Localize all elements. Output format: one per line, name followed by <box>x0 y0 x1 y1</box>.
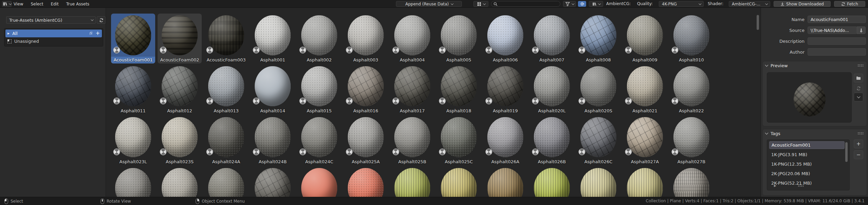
tag-item-acousticfoam001[interactable]: AcousticFoam001 <box>769 141 845 149</box>
catalog-item-unassigned[interactable]: Unassigned <box>5 37 102 45</box>
asset-tile-asphalt023s[interactable]: Asphalt023S <box>158 115 202 165</box>
asset-tile-asphalt009[interactable]: Asphalt009 <box>623 14 667 63</box>
move-to-catalog-icon[interactable] <box>89 31 93 36</box>
editor-type-button[interactable] <box>2 1 12 7</box>
asset-tile-unlabeled[interactable] <box>530 166 574 197</box>
asset-tile-asphalt026c[interactable]: Asphalt026C <box>576 115 620 165</box>
asset-tile-asphalt003[interactable]: Asphalt003 <box>344 14 388 63</box>
catalog-item-all[interactable]: ▶All+ <box>5 30 102 37</box>
source-tools-button[interactable] <box>857 26 866 34</box>
asset-tile-asphalt026a[interactable]: Asphalt026A <box>483 115 527 165</box>
load-preview-button[interactable] <box>854 74 863 82</box>
asset-tile-asphalt015[interactable]: Asphalt015 <box>297 64 341 114</box>
show-downloaded-button[interactable]: Show Downloaded <box>774 1 831 7</box>
asset-library-dropdown[interactable]: True-Assets (AmbientCG) <box>6 16 96 24</box>
asset-tile-acousticfoam002[interactable]: AcousticFoam002 <box>158 14 202 63</box>
menu-view[interactable]: View <box>14 2 23 6</box>
asset-tile-asphalt027b[interactable]: Asphalt027B <box>669 115 713 165</box>
asset-tile-asphalt014[interactable]: Asphalt014 <box>251 64 295 114</box>
asset-tile-asphalt016[interactable]: Asphalt016 <box>344 64 388 114</box>
asset-tile-asphalt008[interactable]: Asphalt008 <box>576 14 620 63</box>
asset-tile-asphalt010[interactable]: Asphalt010 <box>669 14 713 63</box>
asset-shelf-button[interactable] <box>589 1 603 7</box>
asset-tile-acousticfoam001[interactable]: AcousticFoam001 <box>111 14 155 63</box>
tags-scrollbar[interactable] <box>845 142 848 162</box>
add-catalog-icon[interactable]: + <box>95 31 100 36</box>
panel-grip-icon[interactable] <box>857 64 864 67</box>
field-value-author[interactable] <box>808 48 866 56</box>
asset-tile-asphalt027a[interactable]: Asphalt027A <box>623 115 667 165</box>
asset-tile-asphalt025a[interactable]: Asphalt025A <box>344 115 388 165</box>
asset-tile-asphalt025c[interactable]: Asphalt025C <box>437 115 481 165</box>
field-value-source[interactable]: \\True-NAS\Addo... <box>808 26 857 34</box>
asset-tile-acousticfoam003[interactable]: AcousticFoam003 <box>204 14 248 63</box>
asset-tile-unlabeled[interactable] <box>483 166 527 197</box>
asset-tile-asphalt013[interactable]: Asphalt013 <box>204 64 248 114</box>
asset-tile-asphalt028b[interactable]: Asphalt028B <box>204 166 248 197</box>
asset-tile-unlabeled[interactable] <box>669 166 713 197</box>
asset-tile-asphalt024b[interactable]: Asphalt024B <box>251 115 295 165</box>
menu-select[interactable]: Select <box>31 2 43 6</box>
tag-item-1k-jpg-3-91-mb[interactable]: 1K-JPG(3.91 MB) <box>769 151 845 159</box>
fetch-button[interactable]: Fetch <box>834 1 865 7</box>
asset-tile-unlabeled[interactable] <box>297 166 341 197</box>
tags-list[interactable]: AcousticFoam0011K-JPG(3.91 MB)1K-PNG(12.… <box>767 139 850 190</box>
import-method-dropdown[interactable]: Append (Reuse Data) <box>396 1 462 7</box>
asset-tile-asphalt001[interactable]: Asphalt001 <box>251 14 295 63</box>
status-hint-rotate-view: Rotate View <box>101 197 131 205</box>
asset-tile-asphalt011[interactable]: Asphalt011 <box>111 64 155 114</box>
asset-tile-unlabeled[interactable] <box>437 166 481 197</box>
asset-tile-unlabeled[interactable] <box>576 166 620 197</box>
asset-tile-asphalt006[interactable]: Asphalt006 <box>483 14 527 63</box>
menu-edit[interactable]: Edit <box>51 2 59 6</box>
search-input[interactable] <box>499 2 558 6</box>
tag-item-2k-jpg-20-06-mb[interactable]: 2K-JPG(20.06 MB) <box>769 170 845 178</box>
asset-tile-asphalt024a[interactable]: Asphalt024A <box>204 115 248 165</box>
add-tag-button[interactable]: + <box>854 139 863 148</box>
asset-tile-asphalt018[interactable]: Asphalt018 <box>437 64 481 114</box>
asset-tile-asphalt020l[interactable]: Asphalt020L <box>530 64 574 114</box>
search-field[interactable] <box>491 1 560 7</box>
panel-grip-icon[interactable] <box>857 132 864 135</box>
asset-tile-asphalt026b[interactable]: Asphalt026B <box>530 115 574 165</box>
expand-triangle-icon[interactable]: ▶ <box>774 184 776 187</box>
asset-tile-unlabeled[interactable] <box>390 166 434 197</box>
asset-tile-unlabeled[interactable] <box>344 166 388 197</box>
asset-tile-asphalt002[interactable]: Asphalt002 <box>297 14 341 63</box>
preview-panel-header[interactable]: Preview <box>763 61 867 70</box>
asset-grid[interactable]: AcousticFoam001AcousticFoam002AcousticFo… <box>106 8 761 197</box>
refresh-preview-button[interactable] <box>854 84 863 93</box>
remove-tag-button[interactable]: − <box>854 150 863 159</box>
shader-dropdown[interactable]: AmbientCG-... <box>729 1 770 7</box>
resize-grip-icon[interactable] <box>798 184 804 187</box>
display-mode-button[interactable] <box>473 1 488 7</box>
asset-tile-unlabeled[interactable] <box>251 166 295 197</box>
asset-tile-asphalt012[interactable]: Asphalt012 <box>158 64 202 114</box>
asset-tile-asphalt007[interactable]: Asphalt007 <box>530 14 574 63</box>
tag-item-1k-png-12-35-mb[interactable]: 1K-PNG(12.35 MB) <box>769 160 845 168</box>
asset-tile-asphalt024c[interactable]: Asphalt024C <box>297 115 341 165</box>
field-value-name[interactable]: AcousticFoam001 <box>808 16 866 23</box>
asset-tile-asphalt017[interactable]: Asphalt017 <box>390 64 434 114</box>
asset-tile-asphalt025b[interactable]: Asphalt025B <box>390 115 434 165</box>
asset-tile-unlabeled[interactable] <box>623 166 667 197</box>
preview-more-button[interactable] <box>854 93 863 101</box>
tags-panel-header[interactable]: Tags <box>763 129 867 137</box>
asset-tile-asphalt019[interactable]: Asphalt019 <box>483 64 527 114</box>
asset-tile-asphalt021[interactable]: Asphalt021 <box>623 64 667 114</box>
addon-preferences-button[interactable] <box>578 1 586 7</box>
asset-tile-asphalt020s[interactable]: Asphalt020S <box>576 64 620 114</box>
filter-button[interactable] <box>563 1 576 7</box>
grid-scrollbar[interactable] <box>757 15 759 30</box>
quality-dropdown[interactable]: 4K-PNG <box>659 1 704 7</box>
asset-tile-asphalt004[interactable]: Asphalt004 <box>390 14 434 63</box>
library-refresh-button[interactable] <box>97 16 106 24</box>
menu-true-assets[interactable]: True Assets <box>66 2 89 6</box>
asset-tile-asphalt023l[interactable]: Asphalt023L <box>111 115 155 165</box>
field-value-description[interactable] <box>808 37 866 45</box>
asset-tile-asphalt005[interactable]: Asphalt005 <box>437 14 481 63</box>
triangle-right-icon[interactable]: ▶ <box>7 32 10 35</box>
asset-tile-asphalt022[interactable]: Asphalt022 <box>669 64 713 114</box>
asset-tile-asphalt027c[interactable]: Asphalt027C <box>111 166 155 197</box>
asset-tile-asphalt028a[interactable]: Asphalt028A <box>158 166 202 197</box>
